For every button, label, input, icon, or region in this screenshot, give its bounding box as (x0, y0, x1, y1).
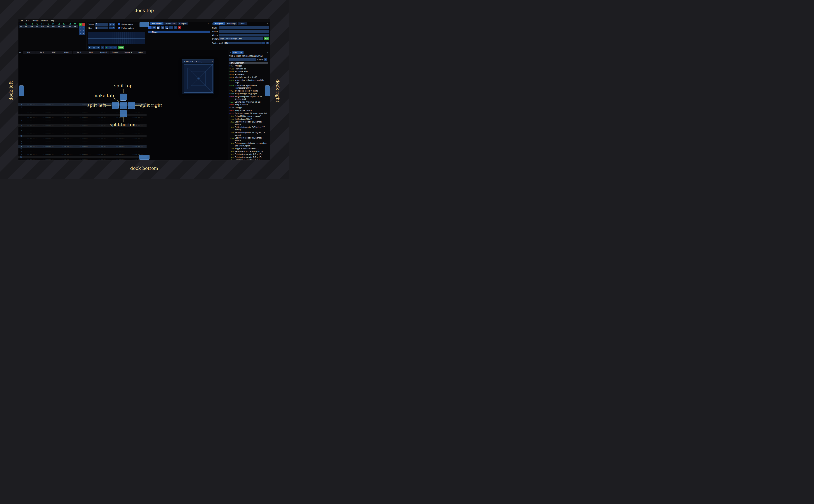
stop-button[interactable]: ↓ (101, 46, 104, 49)
pattern-cell[interactable]: ··· ·· ·· ··· (36, 156, 48, 158)
split-top-target[interactable] (120, 94, 127, 101)
make-tab-target[interactable] (120, 102, 127, 109)
pattern-cell[interactable]: ··· ·· ·· ··· (23, 153, 36, 156)
pattern-cell[interactable]: ··· ·· ·· ··· (85, 137, 97, 140)
pattern-cell[interactable]: ··· ·· ·· ··· (23, 151, 36, 153)
menu-item-help[interactable]: help (50, 19, 54, 22)
pattern-cell[interactable]: ··· ·· ·· ··· (60, 137, 73, 140)
pattern-cell[interactable]: ··· ·· ·· ··· (23, 140, 36, 143)
pattern-cell[interactable]: ··· ·· ·· ··· (73, 127, 85, 130)
pattern-cell[interactable]: ··· ·· ·· ··· (23, 135, 36, 137)
close-icon[interactable]: × (208, 23, 209, 25)
pattern-cell[interactable]: ··· ·· ·· ··· (97, 122, 110, 124)
pattern-cell[interactable]: ··· ·· ·· ··· (60, 153, 73, 156)
pattern-cell[interactable]: ··· ·· ·· ··· (122, 140, 134, 143)
pattern-cell[interactable]: ··· ·· ·· ··· (97, 140, 110, 143)
pattern-cell[interactable]: ··· ·· ·· ··· (85, 122, 97, 124)
pattern-cell[interactable]: ··· ·· ·· ··· (60, 158, 73, 160)
pattern-cell[interactable]: ··· ·· ·· ··· (85, 111, 97, 114)
close-icon[interactable]: × (267, 23, 268, 25)
order-cell[interactable]: 00 (34, 25, 40, 28)
pattern-cell[interactable]: ··· ·· ·· ··· (48, 122, 60, 124)
tab-song-info[interactable]: Song Info (213, 22, 225, 25)
pattern-cell[interactable]: ··· ·· ·· ··· (134, 143, 146, 145)
pattern-cell[interactable]: ··· ·· ·· ··· (36, 103, 48, 106)
pattern-cell[interactable]: ··· ·· ·· ··· (60, 109, 73, 111)
channel-header-square-3[interactable]: Square 3 (122, 51, 134, 54)
pattern-cell[interactable]: ··· ·· ·· ··· (97, 130, 110, 132)
pattern-cell[interactable]: ··· ·· ·· ··· (48, 103, 60, 106)
duplicate-order-button[interactable]: ⧉ (79, 26, 82, 29)
pattern-cell[interactable]: ··· ·· ·· ··· (97, 145, 110, 148)
pattern-cell[interactable]: ··· ·· ·· ··· (122, 143, 134, 145)
name-field[interactable] (219, 26, 269, 29)
pattern-cell[interactable]: ··· ·· ·· ··· (134, 109, 146, 111)
pattern-cell[interactable]: ··· ·· ·· ··· (110, 137, 122, 140)
instrument-list-item-none[interactable]: ○ - None - (148, 31, 210, 33)
pattern-cell[interactable]: ··· ·· ·· ··· (36, 114, 48, 116)
pattern-cell[interactable]: ··· ·· ·· ··· (36, 119, 48, 122)
pattern-row-17[interactable]: 17··· ·· ·· ······ ·· ·· ······ ·· ·· ··… (18, 148, 146, 151)
pattern-cell[interactable]: ··· ·· ·· ··· (48, 137, 60, 140)
pattern-row-6[interactable]: 6··· ·· ·· ······ ·· ·· ······ ·· ·· ···… (18, 119, 146, 122)
pattern-row-21[interactable]: 21··· ·· ·· ······ ·· ·· ······ ·· ·· ··… (18, 158, 146, 160)
pattern-cell[interactable]: ··· ·· ·· ··· (23, 143, 36, 145)
order-cell[interactable]: 00 (67, 25, 73, 28)
oscilloscope-titlebar[interactable]: ▼ Oscilloscope (X-Y) × (182, 60, 214, 63)
pattern-cell[interactable]: ··· ·· ·· ··· (134, 119, 146, 122)
pattern-cell[interactable]: ··· ·· ·· ··· (60, 151, 73, 153)
channel-header-square-1[interactable]: Square 1 (97, 51, 109, 54)
close-icon[interactable]: × (212, 60, 213, 62)
dock-top-target[interactable] (139, 22, 149, 27)
pattern-cell[interactable]: ··· ·· ·· ··· (48, 127, 60, 130)
channel-header-noise[interactable]: Noise (134, 51, 146, 54)
pattern-cell[interactable]: ··· ·· ·· ··· (73, 137, 85, 140)
pattern-cell[interactable]: ··· ·· ·· ··· (134, 132, 146, 135)
pattern-cell[interactable]: ··· ·· ·· ··· (97, 127, 110, 130)
split-left-target[interactable] (112, 102, 119, 109)
tab-wavetables[interactable]: Wavetables (164, 22, 177, 25)
pattern-row-14[interactable]: 14··· ·· ·· ······ ·· ·· ······ ·· ·· ··… (18, 140, 146, 143)
pattern-cell[interactable]: ··· ·· ·· ··· (36, 122, 48, 124)
pattern-row-0[interactable]: 0··· ·· ·· ······ ·· ·· ······ ·· ·· ···… (18, 103, 146, 106)
step-increase-button[interactable]: + (112, 27, 115, 29)
add-order-button[interactable]: + (79, 23, 82, 26)
pattern-cell[interactable]: ··· ·· ·· ··· (85, 130, 97, 132)
pattern-cell[interactable]: ··· ·· ·· ··· (122, 148, 134, 151)
pattern-cell[interactable]: ··· ·· ·· ··· (110, 135, 122, 137)
pattern-cell[interactable]: ··· ·· ·· ··· (48, 153, 60, 156)
pattern-cell[interactable]: ··· ·· ·· ··· (36, 111, 48, 114)
pattern-row-20[interactable]: 20··· ·· ·· ······ ·· ·· ······ ·· ·· ··… (18, 156, 146, 158)
pattern-cell[interactable]: ··· ·· ·· ··· (48, 158, 60, 160)
author-field[interactable] (219, 30, 269, 33)
pattern-cell[interactable]: ··· ·· ·· ··· (97, 148, 110, 151)
pattern-cell[interactable]: ··· ·· ·· ··· (23, 111, 36, 114)
pattern-cell[interactable]: ··· ·· ·· ··· (134, 140, 146, 143)
order-cell[interactable]: 00 (23, 25, 29, 28)
pattern-cell[interactable]: ··· ·· ·· ··· (48, 124, 60, 127)
pattern-cell[interactable]: ··· ·· ·· ··· (134, 151, 146, 153)
channel-header-fm-3[interactable]: FM 3 (48, 51, 60, 54)
pattern-cell[interactable]: ··· ·· ·· ··· (48, 116, 60, 119)
pattern-cell[interactable]: ··· ·· ·· ··· (48, 130, 60, 132)
pattern-cell[interactable]: ··· ·· ·· ··· (110, 143, 122, 145)
order-edit-mode-button[interactable]: ↖ (82, 32, 85, 35)
order-cell[interactable]: 00 (51, 25, 56, 28)
remove-order-button[interactable]: − (82, 23, 85, 26)
pattern-cell[interactable]: ··· ·· ·· ··· (23, 130, 36, 132)
channel-header-fm-4[interactable]: FM 4 (60, 51, 72, 54)
pattern-cell[interactable]: ··· ·· ·· ··· (85, 114, 97, 116)
pattern-cell[interactable]: ··· ·· ·· ··· (73, 135, 85, 137)
pattern-cell[interactable]: ··· ·· ·· ··· (110, 132, 122, 135)
tuning-decrease-button[interactable]: - (262, 42, 265, 44)
pattern-cell[interactable]: ··· ·· ·· ··· (60, 156, 73, 158)
pattern-cell[interactable]: ··· ·· ·· ··· (122, 158, 134, 160)
pattern-cell[interactable]: ··· ·· ·· ··· (122, 145, 134, 148)
pattern-cell[interactable]: ··· ·· ·· ··· (73, 132, 85, 135)
pattern-cell[interactable]: ··· ·· ·· ··· (23, 158, 36, 160)
move-order-up-button[interactable]: ↑ (82, 26, 85, 29)
album-field[interactable] (219, 34, 269, 36)
pattern-cell[interactable]: ··· ·· ·· ··· (97, 151, 110, 153)
pattern-cell[interactable]: ··· ·· ·· ··· (23, 119, 36, 122)
system-field[interactable]: Sega Genesis/Mega Drive (219, 37, 263, 40)
